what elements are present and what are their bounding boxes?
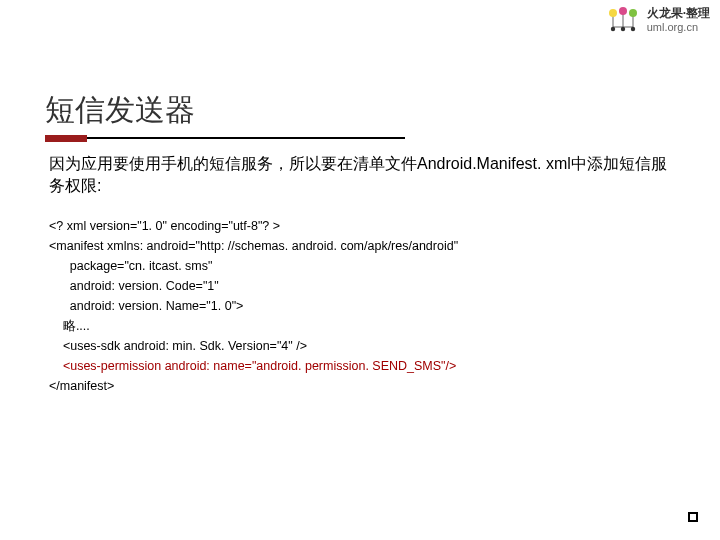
title-accent-bar	[45, 135, 87, 142]
code-line: 略....	[49, 316, 675, 336]
svg-point-5	[619, 7, 627, 15]
brand-line2: uml.org.cn	[647, 21, 710, 34]
branding-block: 火龙果·整理 uml.org.cn	[605, 5, 710, 35]
title-underline	[45, 137, 405, 139]
code-line: <? xml version="1. 0" encoding="utf-8"? …	[49, 216, 675, 236]
dragonfruit-logo-icon	[605, 5, 641, 35]
corner-bullet-icon	[688, 512, 698, 522]
code-line: package="cn. itcast. sms"	[49, 256, 675, 276]
svg-point-4	[609, 9, 617, 17]
code-line: android: version. Code="1"	[49, 276, 675, 296]
brand-line1: 火龙果·整理	[647, 6, 710, 20]
svg-point-7	[610, 27, 614, 31]
slide-content: 短信发送器 因为应用要使用手机的短信服务，所以要在清单文件Android.Man…	[0, 0, 720, 396]
brand-text: 火龙果·整理 uml.org.cn	[647, 6, 710, 34]
svg-point-6	[629, 9, 637, 17]
slide-title: 短信发送器	[45, 90, 675, 135]
description-text: 因为应用要使用手机的短信服务，所以要在清单文件Android.Manifest.…	[49, 153, 675, 196]
svg-point-8	[620, 27, 624, 31]
code-block: <? xml version="1. 0" encoding="utf-8"? …	[49, 216, 675, 396]
code-line: <uses-sdk android: min. Sdk. Version="4"…	[49, 336, 675, 356]
code-line: android: version. Name="1. 0">	[49, 296, 675, 316]
code-line: </manifest>	[49, 376, 675, 396]
code-line: <uses-permission android: name="android.…	[49, 356, 675, 376]
svg-point-9	[630, 27, 634, 31]
title-wrap: 短信发送器	[45, 90, 675, 139]
code-line: <manifest xmlns: android="http: //schema…	[49, 236, 675, 256]
